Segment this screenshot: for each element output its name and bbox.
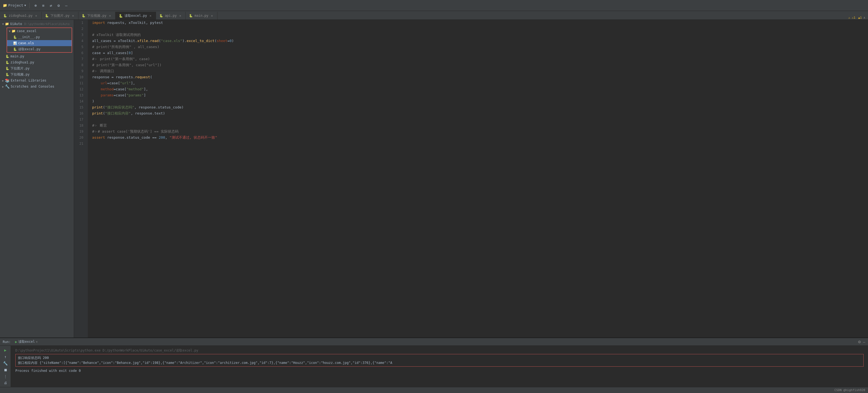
comment-9: 调用接口	[98, 68, 114, 74]
punct: ,	[146, 20, 150, 26]
navigate-icon[interactable]: ⊕	[33, 3, 38, 8]
folder-icon: 📁	[5, 22, 9, 26]
var-case: case	[92, 50, 101, 56]
sidebar-item-duquexcel-file[interactable]: 🐍 读取excel.py	[7, 46, 71, 52]
run-tab-close[interactable]: ✕	[36, 340, 38, 343]
tab-xiazaivideo-close[interactable]: ✕	[108, 14, 112, 18]
run-wrench-button[interactable]: 🔧	[2, 361, 9, 366]
fn-read: read	[150, 38, 158, 44]
var-xtoolkit: xToolkit	[129, 20, 146, 26]
code-line-3: # xToolkit 读取测试用例的	[92, 32, 868, 38]
sidebar-item-uiauto-label: UiAuto	[10, 22, 22, 26]
eq: =	[114, 92, 116, 98]
var-case-url: case	[110, 80, 118, 86]
tab-main-close[interactable]: ✕	[210, 14, 214, 18]
sidebar-item-zidoghua1-label: zidoghua1.py	[10, 60, 34, 64]
sidebar-item-scratches[interactable]: ▶ 🔧 Scratches and Consoles	[0, 83, 74, 89]
code-line-15: print ( "接口响应状态吗" , response . status_co…	[92, 104, 868, 110]
fn-xfile: xfile	[137, 38, 148, 44]
project-folder-icon: 📁	[3, 3, 7, 7]
sidebar-item-xiazaitupian-label: 下拉图片.py	[10, 66, 30, 71]
run-output-line1: 接口响应状态吗 200	[18, 355, 861, 360]
project-button[interactable]: 📁 Project ▼	[3, 3, 26, 7]
main-area: ▼ 📁 UiAuto D:\pythonWorkPlace\UiAuto ▼ 📁…	[0, 20, 868, 338]
tab-duquexcel[interactable]: 🐍 读取excel.py ✕	[116, 12, 156, 20]
keyword-import: import	[92, 20, 105, 26]
tab-zidoghua1[interactable]: 🐍 zidoghua1.py ✕	[0, 12, 42, 20]
str-fail-msg: "测试不通过, 状态码不一致"	[169, 135, 217, 141]
tab-main[interactable]: 🐍 main.py ✕	[186, 12, 217, 20]
run-small-button[interactable]: ⋮	[2, 374, 9, 378]
code-line-14: )	[92, 98, 868, 104]
tab-zidoghua1-close[interactable]: ✕	[34, 14, 38, 18]
line-num-10: 10	[74, 74, 86, 80]
sidebar-item-init[interactable]: 🐍 __init__.py	[7, 34, 71, 40]
run-minimize-icon[interactable]: —	[863, 340, 865, 344]
run-tab-duquexcel[interactable]: ▶ 读取excel ✕	[13, 339, 40, 345]
run-play-button[interactable]: ▶	[2, 348, 9, 353]
run-command: D:\pythonProject1\UiAuto\Scripts\python.…	[16, 348, 864, 353]
punct: [	[118, 80, 120, 86]
str-method: "method"	[126, 86, 144, 92]
run-output-prefix1: 接口响应状态吗 200	[18, 356, 49, 360]
line-num-7: 7	[74, 56, 86, 62]
code-line-20: assert response . status_code == 200 , "…	[92, 135, 868, 141]
punct: )	[163, 110, 165, 116]
sidebar-item-xiazaivideo[interactable]: 🐍 下拉视频.py	[0, 72, 74, 78]
sidebar-item-casexls[interactable]: 📊 case.xls	[7, 40, 71, 46]
settings-icon[interactable]: ⚙	[56, 3, 61, 8]
tab-xiazaitupian[interactable]: 🐍 下拉图片.py ✕	[42, 12, 79, 20]
error-count: ▲1	[858, 16, 862, 20]
run-settings-icon[interactable]: ⚙	[858, 339, 861, 344]
run-result-box: 接口响应状态吗 200 接口相应内容 {"siteName":[{"name":…	[16, 354, 864, 367]
editor-area: 1 2 3 4 5 6 7 8 9 10 11 12 13 14 15 16 1	[74, 20, 868, 338]
sync-icon[interactable]: ⇄	[48, 3, 54, 8]
py-file-icon: 🐍	[13, 35, 17, 39]
var-allcases2: all_cases	[107, 50, 126, 56]
tab-py-icon: 🐍	[3, 14, 7, 18]
line-num-9: 9	[74, 68, 86, 74]
project-dropdown-icon: ▼	[24, 4, 26, 7]
tab-api-close[interactable]: ✕	[178, 14, 182, 18]
tab-duquexcel-close[interactable]: ✕	[149, 14, 153, 18]
run-content: ▶ ↑ 🔧 ⏹ ⋮ 🖨 D:\pythonProject1\UiAuto\Scr…	[0, 346, 868, 387]
line-num-5: 5	[74, 44, 86, 50]
folder-icon: 📁	[11, 29, 16, 33]
line-num-13: 13	[74, 92, 86, 98]
sidebar-item-xiazaitupian[interactable]: 🐍 下拉图片.py	[0, 65, 74, 72]
minimize-icon[interactable]: —	[64, 3, 69, 8]
run-print-button[interactable]: 🖨	[2, 381, 9, 385]
sidebar-item-uiauto[interactable]: ▼ 📁 UiAuto D:\pythonWorkPlace\UiAuto	[0, 21, 74, 27]
cmt-hash-7: #	[92, 56, 94, 62]
code-line-18: # ▷ 断言	[92, 122, 868, 129]
tab-api[interactable]: 🐍 api.py ✕	[156, 12, 186, 20]
py-file-icon: 🐍	[5, 73, 9, 76]
tab-xiazaitupian-close[interactable]: ✕	[71, 14, 75, 18]
sidebar-item-zidoghua1[interactable]: 🐍 zidoghua1.py	[0, 59, 74, 65]
punct: [	[124, 92, 126, 98]
tab-py-icon-active: 🐍	[119, 14, 123, 18]
code-line-5: # print("所有的用例" , all_cases)	[92, 44, 868, 50]
eq: =	[107, 80, 110, 86]
fold-19: ▷	[95, 129, 97, 135]
run-up-button[interactable]: ↑	[2, 355, 9, 359]
tab-xiazaivideo[interactable]: 🐍 下拉视频.py ✕	[79, 12, 116, 20]
code-editor[interactable]: 1 2 3 4 5 6 7 8 9 10 11 12 13 14 15 16 1	[74, 20, 868, 338]
fn-request: request	[135, 74, 150, 80]
file-tree: ▼ 📁 UiAuto D:\pythonWorkPlace\UiAuto ▼ 📁…	[0, 20, 74, 338]
tab-duquexcel-label: 读取excel.py	[125, 13, 147, 18]
sidebar-item-xiazaivideo-label: 下拉视频.py	[10, 72, 30, 77]
comment-3: # xToolkit 读取测试用例的	[92, 32, 141, 38]
sidebar-item-main-label: main.py	[10, 54, 24, 58]
sidebar-item-main[interactable]: 🐍 main.py	[0, 53, 74, 59]
sidebar-item-case-excel[interactable]: ▼ 📁 case_excel	[7, 28, 71, 34]
line-num-19: 19	[74, 129, 86, 135]
punct: .	[148, 38, 150, 44]
list-icon[interactable]: ≡	[40, 3, 46, 8]
sidebar-item-external-libs[interactable]: ▶ 📚 External Libraries	[0, 78, 74, 83]
run-stop-button[interactable]: ⏹	[2, 368, 9, 372]
var-status-code-20: status_code	[126, 135, 150, 141]
punct: )	[232, 38, 234, 44]
eq: =	[111, 38, 118, 44]
line-num-21: 21	[74, 141, 86, 147]
